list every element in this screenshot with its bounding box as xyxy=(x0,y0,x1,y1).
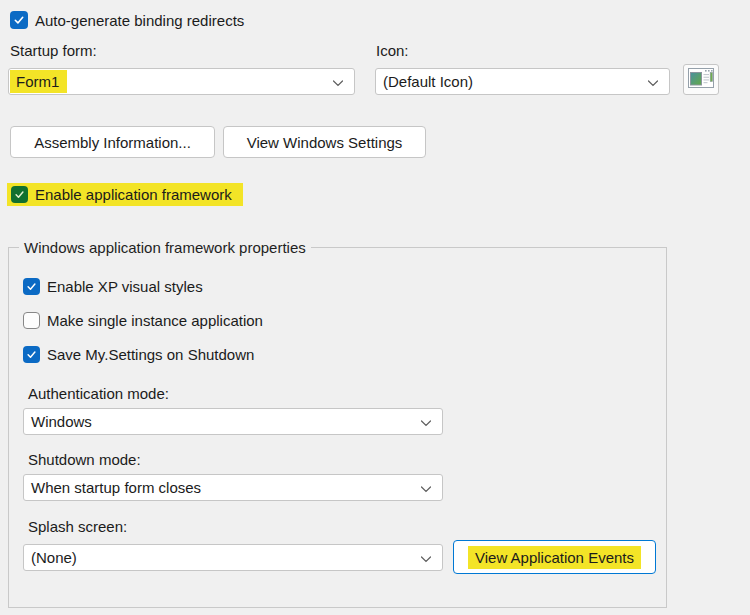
shutdown-mode-label: Shutdown mode: xyxy=(28,451,141,468)
startup-form-value: Form1 xyxy=(16,69,59,94)
checkbox-checked-icon xyxy=(11,186,28,203)
authentication-mode-label: Authentication mode: xyxy=(28,385,169,402)
view-application-events-button[interactable]: View Application Events xyxy=(453,540,656,574)
icon-label: Icon: xyxy=(376,42,409,59)
authentication-mode-combobox[interactable]: Windows xyxy=(23,408,443,435)
checkbox-unchecked-icon xyxy=(23,312,40,329)
chevron-down-icon xyxy=(420,479,432,496)
icon-combobox[interactable]: (Default Icon) xyxy=(375,68,670,95)
enable-application-framework-checkbox[interactable]: Enable application framework xyxy=(7,183,243,206)
default-application-icon xyxy=(688,68,714,91)
make-single-instance-application-checkbox[interactable]: Make single instance application xyxy=(23,312,263,329)
authentication-mode-value: Windows xyxy=(31,409,92,434)
groupbox-title: Windows application framework properties xyxy=(19,239,311,256)
checkbox-checked-icon xyxy=(23,346,40,363)
view-windows-settings-button[interactable]: View Windows Settings xyxy=(223,126,426,158)
checkbox-checked-icon xyxy=(10,11,28,29)
splash-screen-value: (None) xyxy=(31,545,77,570)
shutdown-mode-value: When startup form closes xyxy=(31,475,201,500)
splash-screen-label: Splash screen: xyxy=(28,518,127,535)
save-my-settings-on-shutdown-checkbox[interactable]: Save My.Settings on Shutdown xyxy=(23,346,254,363)
button-label: View Windows Settings xyxy=(247,134,403,151)
chevron-down-icon xyxy=(647,73,659,90)
windows-application-framework-groupbox: Windows application framework properties… xyxy=(8,247,667,608)
checkbox-label: Enable XP visual styles xyxy=(47,278,203,295)
auto-generate-binding-redirects-checkbox[interactable]: Auto-generate binding redirects xyxy=(10,11,244,29)
icon-preview-button[interactable] xyxy=(683,64,719,95)
shutdown-mode-combobox[interactable]: When startup form closes xyxy=(23,474,443,501)
button-label: View Application Events xyxy=(468,546,641,569)
startup-form-label: Startup form: xyxy=(10,42,97,59)
checkbox-label: Auto-generate binding redirects xyxy=(35,12,244,29)
checkbox-label: Save My.Settings on Shutdown xyxy=(47,346,254,363)
chevron-down-icon xyxy=(420,549,432,566)
chevron-down-icon xyxy=(420,413,432,430)
button-label: Assembly Information... xyxy=(34,134,191,151)
startup-form-combobox[interactable]: Form1 xyxy=(8,68,355,95)
checkbox-label: Make single instance application xyxy=(47,312,263,329)
assembly-information-button[interactable]: Assembly Information... xyxy=(10,126,215,158)
icon-value: (Default Icon) xyxy=(383,69,473,94)
enable-xp-visual-styles-checkbox[interactable]: Enable XP visual styles xyxy=(23,278,203,295)
splash-screen-combobox[interactable]: (None) xyxy=(23,544,443,571)
chevron-down-icon xyxy=(332,73,344,90)
checkbox-checked-icon xyxy=(23,278,40,295)
application-settings-pane: Auto-generate binding redirects Startup … xyxy=(0,0,750,615)
checkbox-label: Enable application framework xyxy=(35,186,232,203)
